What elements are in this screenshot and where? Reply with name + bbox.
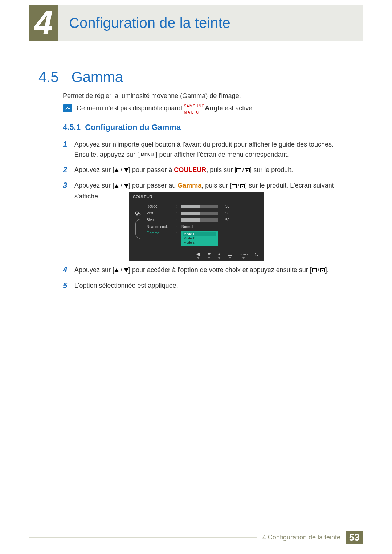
- text: ] pour afficher l'écran de menu correspo…: [155, 151, 289, 158]
- osd-body: Rouge: 50 Vert: 50 Bleu: 50 Nuance coul.…: [129, 201, 264, 247]
- page-number: 53: [346, 531, 363, 544]
- text: , puis sur [: [201, 182, 232, 189]
- osd-nav-bar: AUTO: [129, 253, 264, 259]
- arrow-up-icon: [114, 168, 119, 172]
- osd-row-bleu: Bleu: 50: [147, 217, 260, 223]
- osd-value-text: Normal: [181, 225, 193, 229]
- step-2: 2 Appuyez sur [ / ] pour passer à COULEU…: [63, 165, 350, 175]
- select-enter-icon: /: [232, 181, 245, 191]
- subsection-heading: 4.5.1 Configuration du Gamma: [63, 123, 181, 132]
- samsung-magic-logo: SAMSUNGMAGIC: [184, 104, 205, 112]
- osd-option-selected: Mode 1: [183, 232, 216, 236]
- footer-text: 4 Configuration de la teinte: [257, 534, 346, 541]
- step-number: 5: [63, 280, 69, 291]
- select-enter-icon: /: [236, 165, 250, 175]
- text: ] pour passer à: [128, 166, 174, 173]
- step-1: 1 Appuyez sur n'importe quel bouton à l'…: [63, 139, 350, 160]
- osd-gamma-dropdown: Mode 1 Mode 2 Mode 3: [181, 231, 218, 246]
- section-title: Gamma: [72, 69, 123, 85]
- step-text: Appuyez sur n'importe quel bouton à l'av…: [74, 139, 350, 160]
- step-text: Appuyez sur [ / ] pour passer à COULEUR,…: [74, 165, 293, 175]
- osd-screenshot: COULEUR Rouge: 50 Vert: 50 Bleu:: [129, 192, 264, 261]
- osd-value: 50: [221, 204, 229, 208]
- step-4: 4 Appuyez sur [ / ] pour accéder à l'opt…: [63, 265, 350, 275]
- note-suffix: est activé.: [223, 104, 254, 112]
- arrow-up-icon: [114, 268, 119, 272]
- section-intro: Permet de régler la luminosité moyenne (…: [63, 92, 241, 100]
- section-number: 4.5: [38, 69, 59, 85]
- step-number: 4: [63, 265, 69, 275]
- note-icon: [63, 104, 72, 112]
- osd-category-icon: [133, 204, 143, 246]
- highlight-couleur: COULEUR: [174, 166, 206, 173]
- text: ] sur le produit.: [250, 166, 293, 173]
- osd-label: Rouge: [147, 204, 173, 208]
- osd-nav-down: [208, 253, 211, 259]
- highlight-gamma: Gamma: [177, 182, 201, 189]
- brand-top: SAMSUNG: [184, 104, 205, 108]
- note-row: Ce menu n'est pas disponible quand SAMSU…: [63, 104, 254, 112]
- osd-row-gamma: Gamma: Mode 1 Mode 2 Mode 3: [147, 231, 260, 246]
- step-5: 5 L'option sélectionnée est appliquée.: [63, 280, 350, 291]
- osd-nav-back: [196, 253, 200, 259]
- section-heading: 4.5 Gamma: [38, 69, 123, 85]
- osd-slider: [181, 218, 218, 222]
- step-number: 3: [63, 180, 69, 190]
- osd-row-vert: Vert: 50: [147, 210, 260, 216]
- arrow-down-icon: [124, 168, 128, 172]
- brand-bottom: MAGIC: [184, 110, 200, 114]
- chapter-number: 4: [29, 5, 58, 41]
- step-text: Appuyez sur [ / ] pour accéder à l'optio…: [74, 265, 329, 275]
- text: ] pour accéder à l'option de votre choix…: [128, 266, 312, 274]
- chapter-banner: 4 Configuration de la teinte: [29, 5, 363, 41]
- page: 4 Configuration de la teinte 4.5 Gamma P…: [0, 0, 392, 554]
- osd-value: 50: [221, 211, 229, 215]
- text: Appuyez sur [: [74, 166, 114, 173]
- subsection-number: 4.5.1: [63, 123, 81, 132]
- osd-value: 50: [221, 218, 229, 222]
- text: Appuyez sur [: [74, 182, 114, 189]
- osd-label-active: Gamma: [147, 231, 173, 235]
- select-enter-icon: /: [312, 265, 325, 275]
- text: , puis sur [: [206, 166, 236, 173]
- step-number: 2: [63, 165, 69, 175]
- note-text: Ce menu n'est pas disponible quand SAMSU…: [77, 104, 254, 112]
- osd-nav-enter: [228, 253, 232, 259]
- osd-label: Bleu: [147, 218, 173, 222]
- osd-nav-auto: AUTO: [240, 253, 248, 259]
- step-text: L'option sélectionnée est appliquée.: [74, 280, 178, 291]
- page-footer: 4 Configuration de la teinte 53: [29, 531, 363, 544]
- subsection-title: Configuration du Gamma: [85, 123, 181, 132]
- osd-slider: [181, 205, 218, 208]
- text: ] pour passer au: [128, 182, 177, 189]
- arrow-up-icon: [114, 184, 119, 188]
- footer-rule: [29, 537, 257, 538]
- osd-label: Vert: [147, 211, 173, 215]
- arrow-down-icon: [124, 268, 128, 272]
- step-number: 1: [63, 139, 69, 149]
- note-prefix: Ce menu n'est pas disponible quand: [77, 104, 184, 112]
- osd-slider: [181, 212, 218, 215]
- menu-button-icon: MENU: [139, 152, 155, 158]
- osd-nav-power: [255, 253, 258, 259]
- osd-label: Nuance coul.: [147, 225, 173, 229]
- osd-title: COULEUR: [129, 192, 264, 201]
- osd-row-rouge: Rouge: 50: [147, 204, 260, 209]
- osd-option: Mode 3: [183, 241, 216, 245]
- brand-angle: Angle: [205, 104, 223, 112]
- arrow-down-icon: [124, 184, 128, 188]
- chapter-title: Configuration de la teinte: [58, 5, 363, 41]
- steps-list-lower: 4 Appuyez sur [ / ] pour accéder à l'opt…: [63, 265, 350, 296]
- text: ].: [325, 266, 329, 274]
- osd-columns: Rouge: 50 Vert: 50 Bleu: 50 Nuance coul.…: [147, 204, 260, 246]
- osd-row-nuance: Nuance coul.: Normal: [147, 224, 260, 230]
- osd-option: Mode 2: [183, 236, 216, 241]
- text: Appuyez sur [: [74, 266, 114, 274]
- osd-nav-up: [218, 253, 221, 259]
